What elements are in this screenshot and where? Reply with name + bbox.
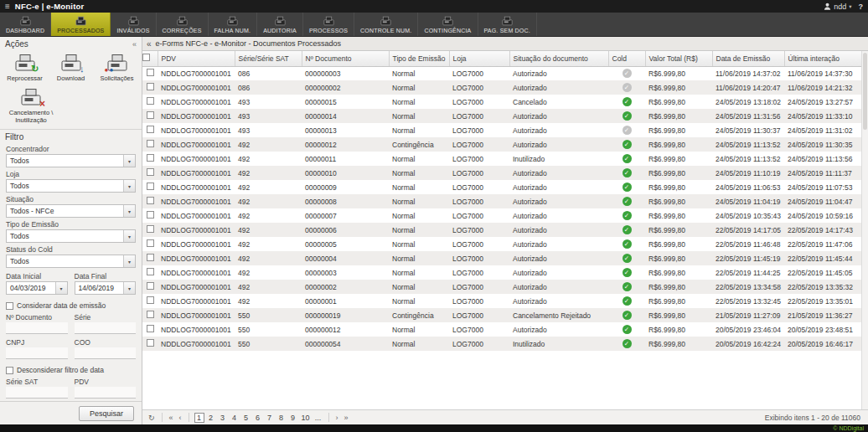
row-checkbox[interactable] (147, 168, 154, 176)
table-row[interactable]: NDDLOG7000001001 492 00000001 Normal LOG… (142, 294, 861, 308)
cancel-invalidate-button[interactable]: × Cancelamento \ Inutilização (3, 86, 59, 126)
table-row[interactable]: NDDLOG7000001001 492 00000011 Normal LOG… (142, 152, 861, 166)
tab-documentos-processados[interactable]: e-Forms NFC-e - e-Monitor - Documentos P… (156, 39, 342, 48)
table-row[interactable]: NDDLOG7000001001 492 00000005 Normal LOG… (142, 237, 861, 251)
table-row[interactable]: NDDLOG7000001001 493 00000013 Normal LOG… (142, 123, 861, 137)
next-page-icon[interactable]: › (334, 414, 340, 422)
data-final-select[interactable]: 14/06/2019 ▾ (75, 281, 137, 295)
serie-input[interactable] (75, 322, 137, 334)
table-row[interactable]: NDDLOG7000001001 493 00000014 Normal LOG… (142, 109, 861, 123)
filter-select-situacao[interactable]: Todos - NFCe ▾ (6, 204, 136, 218)
page-button-4[interactable]: 4 (230, 414, 240, 422)
data-inicial-select[interactable]: 04/03/2019 ▾ (6, 281, 68, 295)
first-page-icon[interactable]: « (168, 414, 175, 422)
row-checkbox[interactable] (147, 254, 154, 261)
filter-select-loja[interactable]: Todos ▾ (6, 179, 136, 193)
col-header-data-emissao[interactable]: Data de Emissão (712, 51, 784, 66)
chevron-down-icon[interactable]: ▾ (123, 230, 135, 242)
page-button-7[interactable]: 7 (265, 414, 275, 422)
table-row[interactable]: NDDLOG7000001001 492 00000008 Normal LOG… (142, 194, 861, 208)
ribbon-tab-auditoria[interactable]: AUDITORIA (257, 13, 303, 36)
ribbon-tab-pag-sem-doc[interactable]: PAG. SEM DOC. (478, 13, 537, 36)
refresh-icon[interactable]: ↻ (147, 414, 157, 422)
row-checkbox[interactable] (147, 126, 154, 133)
table-row[interactable]: NDDLOG7000001001 550 000000012 Normal LO… (142, 322, 861, 337)
desconsiderar-filtro-checkbox[interactable] (6, 367, 13, 374)
row-checkbox[interactable] (147, 225, 154, 233)
ribbon-tab-falha-num[interactable]: FALHA NUM. (209, 13, 258, 36)
col-header-numero[interactable]: Nº Documento (302, 51, 389, 66)
chevron-down-icon[interactable]: ▾ (123, 180, 135, 192)
table-row[interactable]: NDDLOG7000001001 492 00000006 Normal LOG… (142, 223, 861, 237)
table-row[interactable]: NDDLOG7000001001 550 000000054 Normal LO… (142, 337, 861, 351)
user-menu[interactable]: ndd ▾ (824, 3, 851, 11)
search-button[interactable]: Pesquisar (79, 406, 134, 421)
ribbon-tab-processados[interactable]: PROCESSADOS (51, 13, 111, 36)
filter-select-concentrador[interactable]: Todos ▾ (6, 154, 136, 167)
col-header-valor[interactable]: Valor Total (R$) (645, 51, 712, 66)
collapse-sidebar-icon[interactable]: « (147, 39, 152, 49)
table-row[interactable]: NDDLOG7000001001 550 000000019 Contingên… (142, 308, 861, 322)
table-row[interactable]: NDDLOG7000001001 492 00000002 Normal LOG… (142, 280, 861, 294)
row-checkbox[interactable] (147, 211, 154, 219)
col-header-ultima-interacao[interactable]: Última interação (784, 51, 861, 66)
page-button-2[interactable]: 2 (206, 414, 216, 422)
collapse-actions-icon[interactable]: « (132, 40, 137, 49)
table-row[interactable]: NDDLOG7000001001 492 00000004 Normal LOG… (142, 251, 861, 265)
page-button-6[interactable]: 6 (253, 414, 263, 422)
table-row[interactable]: NDDLOG7000001001 492 00000007 Normal LOG… (142, 208, 861, 223)
ribbon-tab-processos[interactable]: PROCESSOS (303, 13, 354, 36)
col-header-serie[interactable]: Série/Série SAT (235, 51, 302, 66)
row-checkbox[interactable] (147, 183, 154, 190)
col-header-loja[interactable]: Loja (449, 51, 509, 66)
row-checkbox[interactable] (147, 339, 154, 347)
chevron-down-icon[interactable]: ▾ (123, 282, 135, 294)
help-icon[interactable]: ? (859, 3, 864, 11)
row-checkbox[interactable] (147, 325, 154, 332)
col-header-situacao[interactable]: Situação do documento (509, 51, 608, 66)
row-checkbox[interactable] (147, 69, 154, 76)
page-button-9[interactable]: 9 (288, 414, 298, 422)
page-button-3[interactable]: 3 (218, 414, 228, 422)
table-row[interactable]: NDDLOG7000001001 086 000000003 Normal LO… (142, 66, 861, 80)
page-button-1[interactable]: 1 (194, 413, 204, 423)
ribbon-tab-controle-num[interactable]: CONTROLE NUM. (354, 13, 418, 36)
ribbon-tab-invalidos[interactable]: INVÁLIDOS (111, 13, 156, 36)
prev-page-icon[interactable]: ‹ (178, 414, 183, 422)
serie-sat-input[interactable] (6, 387, 68, 399)
row-checkbox[interactable] (147, 197, 154, 204)
row-checkbox[interactable] (147, 154, 154, 162)
row-checkbox[interactable] (147, 97, 154, 105)
table-row[interactable]: NDDLOG7000001001 492 00000012 Contingênc… (142, 137, 861, 152)
page-button-10[interactable]: 10 (300, 414, 312, 422)
table-row[interactable]: NDDLOG7000001001 493 00000015 Normal LOG… (142, 95, 861, 109)
table-row[interactable]: NDDLOG7000001001 086 000000002 Normal LO… (142, 80, 861, 95)
row-checkbox[interactable] (147, 268, 154, 275)
row-checkbox[interactable] (147, 296, 154, 304)
last-page-icon[interactable]: » (343, 414, 350, 422)
reprocess-button[interactable]: ↻ Reprocessar (2, 52, 48, 84)
download-button[interactable]: ↓ Download (48, 52, 94, 84)
filter-select-status-do-cold[interactable]: Todos ▾ (6, 255, 136, 268)
considerar-data-checkbox[interactable] (6, 302, 13, 310)
vertical-scrollbar[interactable] (861, 51, 868, 409)
select-all-checkbox[interactable] (142, 54, 150, 61)
table-row[interactable]: NDDLOG7000001001 492 00000009 Normal LOG… (142, 180, 861, 194)
requests-button[interactable]: ● ● Solicitações (94, 52, 140, 84)
chevron-down-icon[interactable]: ▾ (123, 205, 135, 217)
row-checkbox[interactable] (147, 83, 154, 90)
ribbon-tab-correcoes[interactable]: CORREÇÕES (157, 13, 209, 36)
ribbon-tab-contingencia[interactable]: CONTINGÊNCIA (418, 13, 478, 36)
row-checkbox[interactable] (147, 239, 154, 247)
chevron-down-icon[interactable]: ▾ (55, 282, 67, 294)
coo-input[interactable] (75, 347, 137, 359)
row-checkbox[interactable] (147, 140, 154, 147)
row-checkbox[interactable] (147, 111, 154, 119)
chevron-down-icon[interactable]: ▾ (123, 155, 135, 167)
pdv-input[interactable] (75, 387, 137, 399)
chevron-down-icon[interactable]: ▾ (123, 255, 135, 267)
table-row[interactable]: NDDLOG7000001001 492 00000010 Normal LOG… (142, 166, 861, 180)
num-documento-input[interactable] (6, 322, 68, 334)
filter-select-tipo-de-emissao[interactable]: Todos ▾ (6, 229, 136, 243)
ribbon-tab-dashboard[interactable]: DASHBOARD (0, 13, 51, 36)
